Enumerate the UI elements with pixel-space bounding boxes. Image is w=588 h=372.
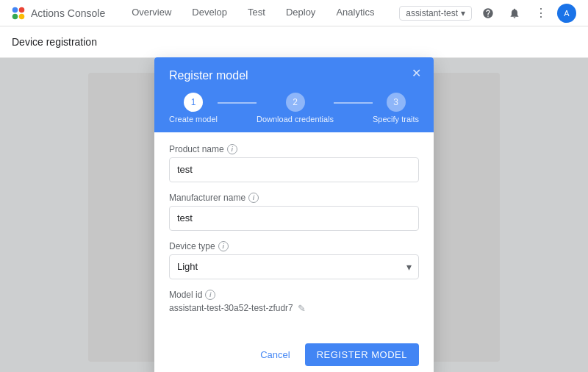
dialog-footer: Cancel REGISTER MODEL xyxy=(154,336,434,373)
dialog-header: Register model ✕ 1 Create model 2 Downlo… xyxy=(154,57,434,132)
nav-test[interactable]: Test xyxy=(239,0,274,26)
model-id-label: Model id i xyxy=(169,290,419,300)
main-content: Register model ✕ 1 Create model 2 Downlo… xyxy=(0,58,588,372)
page-header: Device registration xyxy=(0,26,588,58)
manufacturer-name-input[interactable] xyxy=(169,206,419,231)
page-title: Device registration xyxy=(12,36,97,48)
svg-point-1 xyxy=(19,7,25,12)
account-selector-label: assistant-test xyxy=(406,8,458,18)
device-type-select-wrapper: Light Switch Outlet Thermostat Speaker ▾ xyxy=(169,254,419,279)
close-icon: ✕ xyxy=(412,66,421,80)
model-id-field: Model id i assistant-test-30a52-test-zfu… xyxy=(169,290,419,314)
notifications-button[interactable] xyxy=(504,3,525,24)
step-2: 2 Download credentials xyxy=(257,93,334,124)
device-type-label: Device type i xyxy=(169,241,419,251)
register-model-dialog: Register model ✕ 1 Create model 2 Downlo… xyxy=(154,57,434,373)
register-model-button[interactable]: REGISTER MODEL xyxy=(305,343,419,366)
help-button[interactable] xyxy=(478,3,498,24)
google-logo-icon xyxy=(12,7,25,20)
dialog-overlay: Register model ✕ 1 Create model 2 Downlo… xyxy=(0,58,588,372)
app-title: Actions Console xyxy=(31,7,105,19)
main-nav: Overview Develop Test Deploy Analytics xyxy=(123,0,399,26)
cancel-button[interactable]: Cancel xyxy=(251,343,298,366)
nav-analytics[interactable]: Analytics xyxy=(327,0,383,26)
step-connector-1 xyxy=(218,102,257,104)
model-id-value: assistant-test-30a52-test-zfudr7 ✎ xyxy=(169,303,419,314)
step-1-label: Create model xyxy=(169,115,218,124)
topnav-right: assistant-test ▾ ⋮ A xyxy=(399,3,576,24)
app-logo: Actions Console xyxy=(12,7,105,20)
step-3: 3 Specify traits xyxy=(373,93,419,124)
model-id-help-icon[interactable]: i xyxy=(205,290,215,300)
product-name-field: Product name i xyxy=(169,144,419,182)
manufacturer-name-help-icon[interactable]: i xyxy=(248,193,259,203)
stepper: 1 Create model 2 Download credentials 3 … xyxy=(169,93,419,132)
user-avatar[interactable]: A xyxy=(557,4,576,23)
step-2-circle: 2 xyxy=(286,93,305,112)
nav-develop[interactable]: Develop xyxy=(183,0,236,26)
dialog-body: Product name i Manufacturer name i xyxy=(154,132,434,336)
step-2-label: Download credentials xyxy=(257,115,334,124)
svg-point-3 xyxy=(19,13,25,19)
account-selector-chevron-icon: ▾ xyxy=(461,8,465,18)
step-3-circle: 3 xyxy=(387,93,406,112)
dialog-close-button[interactable]: ✕ xyxy=(407,65,425,82)
device-type-help-icon[interactable]: i xyxy=(218,241,229,251)
step-3-label: Specify traits xyxy=(373,115,419,124)
bell-icon xyxy=(509,7,520,19)
step-1: 1 Create model xyxy=(169,93,218,124)
model-id-edit-icon[interactable]: ✎ xyxy=(298,303,306,314)
product-name-label: Product name i xyxy=(169,144,419,154)
help-icon xyxy=(482,7,494,19)
manufacturer-name-field: Manufacturer name i xyxy=(169,193,419,231)
product-name-help-icon[interactable]: i xyxy=(227,144,237,154)
more-options-button[interactable]: ⋮ xyxy=(531,3,551,24)
account-selector[interactable]: assistant-test ▾ xyxy=(399,6,472,21)
svg-point-0 xyxy=(12,7,18,12)
device-type-select[interactable]: Light Switch Outlet Thermostat Speaker xyxy=(169,254,419,279)
dialog-title: Register model xyxy=(169,69,419,82)
step-connector-2 xyxy=(334,102,373,104)
nav-overview[interactable]: Overview xyxy=(123,0,180,26)
product-name-input[interactable] xyxy=(169,157,419,182)
device-type-field: Device type i Light Switch Outlet Thermo… xyxy=(169,241,419,279)
nav-deploy[interactable]: Deploy xyxy=(277,0,324,26)
svg-point-2 xyxy=(12,13,18,19)
top-nav: Actions Console Overview Develop Test De… xyxy=(0,0,588,26)
manufacturer-name-label: Manufacturer name i xyxy=(169,193,419,203)
step-1-circle: 1 xyxy=(184,93,203,112)
